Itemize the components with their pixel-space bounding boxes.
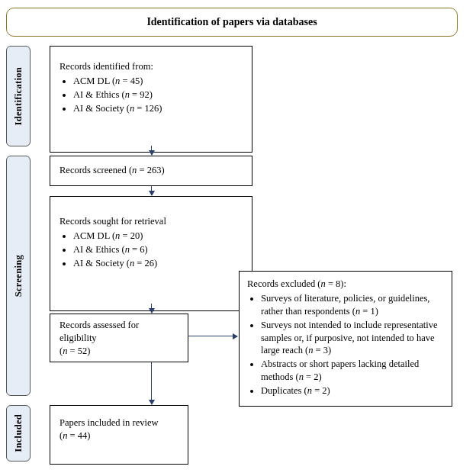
stage-identification-label: Identification [12,67,25,125]
identified-item-ethics: AI & Ethics (n = 92) [73,88,243,101]
stage-included: Included [6,405,31,462]
stage-included-label: Included [12,414,25,452]
stage-screening: Screening [6,156,31,396]
sought-item-ethics: AI & Ethics (n = 6) [73,243,243,256]
assessed-count: (n = 52) [60,345,178,358]
arrow-identified-to-screened [151,146,152,155]
box-papers-included: Papers included in review (n = 44) [50,405,188,465]
sought-lead: Records sought for retrieval [60,215,243,228]
sought-item-society: AI & Society (n = 26) [73,257,243,270]
included-count: (n = 44) [60,429,178,442]
excluded-list: Surveys of literature, policies, or guid… [247,292,444,397]
identified-item-acm: ACM DL (n = 45) [73,75,243,88]
stage-identification: Identification [6,46,31,146]
screened-text: Records screened (n = 263) [60,165,165,175]
box-records-screened: Records screened (n = 263) [50,156,252,186]
sought-list: ACM DL (n = 20) AI & Ethics (n = 6) AI &… [60,230,243,270]
arrow-sought-to-assessed [151,304,152,313]
identified-lead: Records identified from: [60,60,243,73]
identified-list: ACM DL (n = 45) AI & Ethics (n = 92) AI … [60,75,243,115]
box-records-assessed: Records assessed for eligibility (n = 52… [50,314,188,362]
arrow-assessed-to-included [151,362,152,404]
arrow-assessed-to-excluded [188,336,237,336]
assessed-l1: Records assessed for [60,319,178,332]
diagram-header: Identification of papers via databases [6,8,458,37]
stage-screening-label: Screening [12,255,25,297]
excluded-item-1: Surveys of literature, policies, or guid… [261,292,444,318]
excluded-item-3: Abstracts or short papers lacking detail… [261,358,444,384]
box-records-sought: Records sought for retrieval ACM DL (n =… [50,196,252,311]
arrow-screened-to-sought [151,186,152,195]
identified-item-society: AI & Society (n = 126) [73,102,243,115]
box-records-excluded: Records excluded (n = 8): Surveys of lit… [239,271,452,407]
included-l1: Papers included in review [60,416,178,429]
excluded-item-2: Surveys not intended to include represen… [261,319,444,358]
assessed-l2: eligibility [60,332,178,345]
box-records-identified: Records identified from: ACM DL (n = 45)… [50,46,252,153]
sought-item-acm: ACM DL (n = 20) [73,230,243,243]
diagram-title: Identification of papers via databases [146,15,317,30]
excluded-lead: Records excluded (n = 8): [247,278,444,291]
excluded-item-4: Duplicates (n = 2) [261,384,444,397]
